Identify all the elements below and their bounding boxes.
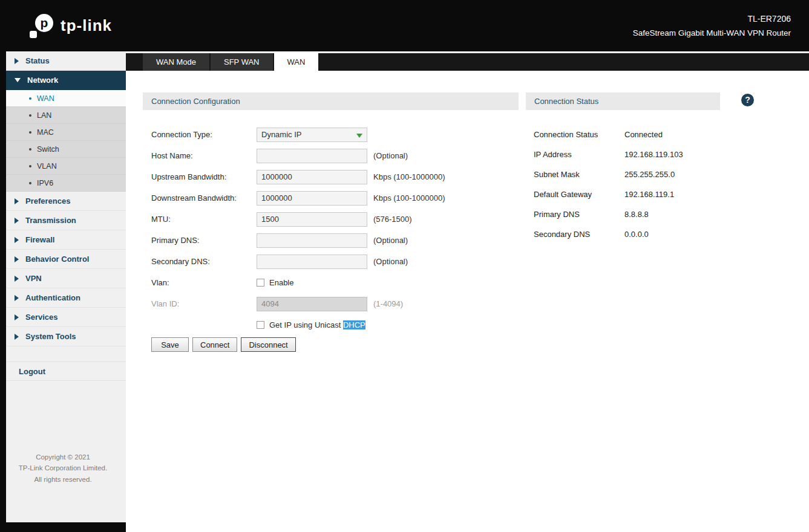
sidebar-item-logout[interactable]: Logout xyxy=(6,362,126,381)
vlan-id-hint: (1-4094) xyxy=(373,299,403,308)
unicast-dhcp-highlight: DHCP xyxy=(343,320,365,329)
sidebar-item-vpn[interactable]: VPN xyxy=(6,269,126,288)
secondary-dns-label: Secondary DNS: xyxy=(151,257,257,266)
main-content: WAN Mode SFP WAN WAN Connection Configur… xyxy=(126,51,809,532)
bullet-icon xyxy=(29,182,31,184)
sidebar-subitem-label: WAN xyxy=(37,94,54,103)
primary-dns-row: Primary DNS: (Optional) xyxy=(151,230,508,251)
logout-label: Logout xyxy=(19,367,45,376)
sidebar-item-label: Firewall xyxy=(25,235,54,244)
connection-type-value: Dynamic IP xyxy=(261,130,301,139)
downstream-bandwidth-row: Downstream Bandwidth: Kbps (100-1000000) xyxy=(151,187,508,209)
bullet-icon xyxy=(29,165,31,167)
disconnect-button[interactable]: Disconnect xyxy=(241,337,295,352)
sidebar-subitem-lan[interactable]: LAN xyxy=(6,107,126,124)
primary-dns-label: Primary DNS: xyxy=(151,236,257,245)
save-button[interactable]: Save xyxy=(151,337,189,352)
page: p tp-link TL-ER7206 SafeStream Gigabit M… xyxy=(0,0,809,532)
status-value: 192.168.119.1 xyxy=(624,190,674,199)
unicast-dhcp-label-text: Get IP using Unicast xyxy=(269,320,343,329)
sidebar-item-label: VPN xyxy=(25,274,42,283)
downstream-bandwidth-input[interactable] xyxy=(257,191,367,206)
device-description: SafeStream Gigabit Multi-WAN VPN Router xyxy=(633,28,791,37)
sidebar-item-label: System Tools xyxy=(25,332,76,341)
secondary-dns-input[interactable] xyxy=(257,255,367,269)
connection-type-label: Connection Type: xyxy=(151,130,257,139)
sidebar-item-behavior-control[interactable]: Behavior Control xyxy=(6,250,126,269)
sidebar-subitem-vlan[interactable]: VLAN xyxy=(6,158,126,175)
sidebar-item-system-tools[interactable]: System Tools xyxy=(6,327,126,346)
vlan-row: Vlan: Enable xyxy=(151,272,508,293)
connection-type-select[interactable]: Dynamic IP xyxy=(257,128,367,142)
device-model: TL-ER7206 xyxy=(633,14,791,24)
unicast-dhcp-label: Get IP using Unicast DHCP xyxy=(269,320,365,329)
copyright-line: Copyright © 2021 xyxy=(6,452,120,463)
chevron-right-icon xyxy=(15,58,19,64)
mtu-row: MTU: (576-1500) xyxy=(151,209,508,230)
chevron-right-icon xyxy=(15,314,19,320)
sidebar-item-label: Transmission xyxy=(25,216,76,225)
status-label: Default Gateway xyxy=(534,190,624,199)
device-titles: TL-ER7206 SafeStream Gigabit Multi-WAN V… xyxy=(633,14,791,37)
bullet-icon xyxy=(29,148,31,151)
left-edge-strip xyxy=(0,0,6,532)
chevron-right-icon xyxy=(15,295,19,301)
sidebar-item-label: Authentication xyxy=(25,293,80,302)
status-row-primary-dns: Primary DNS 8.8.8.8 xyxy=(534,204,727,224)
status-label: Connection Status xyxy=(534,130,624,139)
mtu-label: MTU: xyxy=(151,215,257,224)
unicast-dhcp-checkbox[interactable] xyxy=(257,321,264,329)
vlan-id-input xyxy=(257,297,367,311)
status-value: 8.8.8.8 xyxy=(624,210,649,219)
tab-wan[interactable]: WAN xyxy=(274,53,319,71)
sidebar-item-label: Services xyxy=(25,313,58,322)
upstream-bandwidth-label: Upstream Bandwidth: xyxy=(151,172,257,181)
chevron-down-icon xyxy=(15,78,21,82)
upstream-bandwidth-input[interactable] xyxy=(257,170,367,184)
chevron-right-icon xyxy=(15,198,19,204)
bullet-icon xyxy=(29,97,31,100)
connect-button[interactable]: Connect xyxy=(192,337,237,352)
mtu-hint: (576-1500) xyxy=(373,215,412,224)
downstream-bandwidth-hint: Kbps (100-1000000) xyxy=(373,193,445,203)
mtu-input[interactable] xyxy=(257,212,367,227)
header: p tp-link TL-ER7206 SafeStream Gigabit M… xyxy=(0,0,809,51)
sidebar-item-transmission[interactable]: Transmission xyxy=(6,211,126,230)
vlan-enable-checkbox[interactable] xyxy=(257,279,264,287)
chevron-right-icon xyxy=(15,237,19,243)
bullet-icon xyxy=(29,131,31,134)
primary-dns-input[interactable] xyxy=(257,233,367,248)
sidebar-subitem-label: Switch xyxy=(37,145,59,154)
help-icon[interactable]: ? xyxy=(741,94,754,106)
sidebar-subitem-label: IPV6 xyxy=(37,179,53,187)
host-name-row: Host Name: (Optional) xyxy=(151,145,508,166)
tp-link-logo-icon: p xyxy=(28,12,54,40)
connection-configuration-header: Connection Configuration xyxy=(143,92,519,110)
sidebar-item-firewall[interactable]: Firewall xyxy=(6,230,126,250)
chevron-right-icon xyxy=(15,276,19,282)
sidebar-item-preferences[interactable]: Preferences xyxy=(6,192,126,211)
sidebar-subitem-label: LAN xyxy=(37,111,51,120)
sidebar-item-status[interactable]: Status xyxy=(6,51,126,71)
status-row-connection-status: Connection Status Connected xyxy=(534,125,727,144)
sidebar-item-services[interactable]: Services xyxy=(6,308,126,327)
vlan-id-label: Vlan ID: xyxy=(151,299,257,308)
sidebar-subitem-ipv6[interactable]: IPV6 xyxy=(6,175,126,192)
secondary-dns-hint: (Optional) xyxy=(373,257,408,266)
svg-text:p: p xyxy=(41,16,48,30)
sidebar-subitem-switch[interactable]: Switch xyxy=(6,141,126,158)
status-value: 192.168.119.103 xyxy=(624,150,683,159)
status-label: Primary DNS xyxy=(534,210,624,219)
vlan-enable-label: Enable xyxy=(269,278,293,287)
connection-type-row: Connection Type: Dynamic IP xyxy=(151,124,508,145)
sidebar-subitem-wan[interactable]: WAN xyxy=(6,90,126,107)
sidebar-item-network[interactable]: Network xyxy=(6,71,126,90)
tab-wan-mode[interactable]: WAN Mode xyxy=(143,53,209,71)
status-value: 255.255.255.0 xyxy=(624,170,675,179)
status-row-secondary-dns: Secondary DNS 0.0.0.0 xyxy=(534,224,727,244)
chevron-right-icon xyxy=(15,218,19,224)
tab-sfp-wan[interactable]: SFP WAN xyxy=(211,53,273,71)
sidebar-item-authentication[interactable]: Authentication xyxy=(6,288,126,308)
host-name-input[interactable] xyxy=(257,149,367,163)
sidebar-subitem-mac[interactable]: MAC xyxy=(6,124,126,141)
